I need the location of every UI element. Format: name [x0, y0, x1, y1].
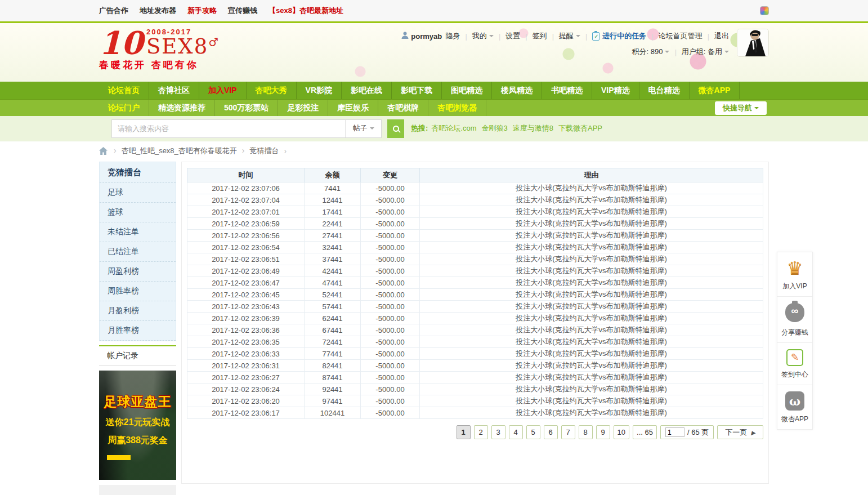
hot-search-link[interactable]: 杏吧论坛.com — [431, 123, 476, 133]
rail-item-join-vip[interactable]: ♛ 加入VIP — [777, 252, 812, 297]
sub-nav-item[interactable]: 杏吧浏览器 — [428, 100, 486, 116]
sidebar-item[interactable]: 已结注单 — [100, 242, 176, 262]
avatar[interactable] — [737, 29, 769, 57]
crown-icon: ♛ — [787, 258, 803, 278]
username-link[interactable]: pormyab — [411, 32, 442, 41]
topbar-link[interactable]: 新手攻略 — [187, 6, 217, 16]
sidebar-item[interactable]: 篮球 — [100, 203, 176, 222]
logo-tagline: 春暖花开 杏吧有你 — [99, 59, 220, 72]
main-nav-item[interactable]: 影吧在线 — [342, 82, 392, 99]
sidebar-item[interactable]: 周胜率榜 — [100, 282, 176, 301]
reminder-menu[interactable]: 提醒 — [559, 31, 580, 41]
cell-balance: 87441 — [305, 372, 361, 383]
main-nav-item[interactable]: VR影院 — [297, 82, 342, 99]
page-button[interactable]: 9 — [596, 425, 610, 439]
logout-link[interactable]: 退出 — [714, 31, 729, 41]
hot-search-link[interactable]: 速度与激情8 — [513, 123, 553, 133]
search-strip: 帖子 热搜: 杏吧论坛.com金刚狼3速度与激情8下载微杏APP — [0, 116, 868, 141]
invisible-mode-link[interactable]: 隐身 — [445, 31, 460, 41]
main-nav-item[interactable]: 加入VIP — [199, 82, 247, 99]
main-nav-item[interactable]: 杏吧大秀 — [247, 82, 297, 99]
breadcrumb-item[interactable]: 杏吧_性吧_sex8_杏吧有你春暖花开 — [109, 146, 237, 156]
page-button[interactable]: 6 — [544, 425, 558, 439]
page-button[interactable]: ... 65 — [633, 425, 657, 439]
cell-time: 2017-12-02 23:06:39 — [187, 313, 305, 324]
main-nav-item[interactable]: 杏博社区 — [149, 82, 199, 99]
rail-item-weixing-app[interactable]: ω 微杏APP — [777, 385, 812, 429]
sub-nav-item[interactable]: 足彩投注 — [278, 100, 328, 116]
home-icon[interactable] — [99, 147, 108, 155]
cell-time: 2017-12-02 23:06:31 — [187, 360, 305, 372]
page-input[interactable] — [665, 427, 684, 437]
rail-item-checkin-center[interactable]: ✎ 签到中心 — [777, 343, 812, 385]
theme-palette-icon[interactable] — [760, 6, 769, 15]
search-button[interactable] — [387, 119, 404, 138]
search-box: 帖子 — [111, 119, 382, 138]
sidebar-item[interactable]: 月胜率榜 — [100, 321, 176, 341]
sub-nav-item[interactable]: 精选资源推荐 — [149, 100, 215, 116]
page-jump: / 65 页 — [660, 425, 714, 439]
cell-time: 2017-12-02 23:06:59 — [187, 218, 305, 230]
sidebar-item[interactable]: 足球 — [100, 183, 176, 203]
sidebar-item[interactable]: 月盈利榜 — [100, 301, 176, 321]
settings-link[interactable]: 设置 — [505, 31, 520, 41]
sidebar-item-account-records[interactable]: 帐户记录 — [99, 345, 176, 366]
table-row: 2017-12-02 23:06:54 32441 -5000.00 投注大小球… — [187, 242, 763, 253]
usergroup-menu[interactable]: 用户组: 备用 — [682, 47, 729, 57]
checkin-link[interactable]: 签到 — [532, 31, 547, 41]
search-type-select[interactable]: 帖子 — [345, 120, 381, 137]
topbar-link[interactable]: 宣传赚钱 — [228, 6, 257, 16]
my-menu[interactable]: 我的 — [472, 31, 494, 41]
separator — [494, 32, 505, 41]
topbar-link[interactable]: 【sex8】杏吧最新地址 — [269, 6, 343, 16]
user-panel: pormyab 隐身 我的 设置 签到 提醒 进行中的任务 论坛首页管理 — [401, 29, 729, 82]
page-button[interactable]: 4 — [509, 425, 523, 439]
page-button[interactable]: 1 — [457, 425, 471, 439]
cell-balance: 7441 — [305, 182, 361, 194]
chevron-down-icon — [665, 51, 669, 53]
credits-menu[interactable]: 积分: 890 — [632, 47, 669, 57]
sub-nav-item[interactable]: 杏吧棋牌 — [378, 100, 428, 116]
page-button[interactable]: 10 — [614, 425, 629, 439]
page-button[interactable]: 3 — [491, 425, 505, 439]
sub-nav-item[interactable]: 摩臣娱乐 — [328, 100, 378, 116]
cell-reason: 投注大小球(克拉约瓦大学vs布加勒斯特迪那摩) — [420, 301, 763, 313]
page-button[interactable]: 8 — [579, 425, 593, 439]
forum-admin-link[interactable]: 论坛首页管理 — [659, 31, 703, 41]
cell-reason: 投注大小球(克拉约瓦大学vs布加勒斯特迪那摩) — [420, 230, 763, 242]
chevron-down-icon — [370, 127, 374, 130]
rail-item-share-earn[interactable]: 分享赚钱 — [777, 297, 812, 343]
cell-balance: 42441 — [305, 265, 361, 277]
search-input[interactable] — [112, 120, 345, 137]
site-logo[interactable]: 10 2008-2017 SEX8♂ 春暖花开 杏吧有你 — [99, 23, 220, 82]
cell-balance: 12441 — [305, 194, 361, 206]
main-nav-item[interactable]: 论坛首页 — [99, 82, 149, 99]
main-nav-item[interactable]: 电台精选 — [639, 82, 690, 99]
breadcrumb-item[interactable]: 竞猜擂台 — [237, 146, 279, 156]
right-rail: ♛ 加入VIP 分享赚钱 ✎ 签到中心 ω 微杏APP — [777, 252, 813, 430]
ongoing-tasks-link[interactable]: 进行中的任务 — [602, 31, 646, 41]
hot-search-link[interactable]: 下载微杏APP — [558, 123, 602, 133]
sub-nav-item[interactable]: 论坛门户 — [99, 100, 149, 116]
main-nav-item[interactable]: 书吧精选 — [542, 82, 592, 99]
cell-balance: 72441 — [305, 336, 361, 348]
topbar-link[interactable]: 地址发布器 — [140, 6, 176, 16]
main-nav-item[interactable]: 影吧下载 — [392, 82, 442, 99]
main-nav-item[interactable]: 微杏APP — [690, 82, 740, 99]
topbar-links: 广告合作地址发布器新手攻略宣传赚钱【sex8】杏吧最新地址 — [99, 6, 355, 16]
sidebar-item[interactable]: 未结注单 — [100, 222, 176, 242]
main-nav-item[interactable]: VIP精选 — [592, 82, 639, 99]
next-page-button[interactable]: 下一页 — [717, 425, 763, 439]
ad-banner[interactable]: 足球亚盘王 送你21元玩实战 周赢388元奖金 — [99, 371, 176, 480]
page-button[interactable]: 7 — [561, 425, 575, 439]
page-button[interactable]: 5 — [526, 425, 540, 439]
main-nav-item[interactable]: 图吧精选 — [442, 82, 492, 99]
sub-nav-item[interactable]: 500万彩票站 — [215, 100, 278, 116]
quick-nav-button[interactable]: 快捷导航 — [715, 101, 767, 115]
page-button[interactable]: 2 — [474, 425, 488, 439]
topbar-link[interactable]: 广告合作 — [99, 6, 128, 16]
hot-search-link[interactable]: 金刚狼3 — [482, 123, 508, 133]
sidebar-item[interactable]: 周盈利榜 — [100, 262, 176, 282]
main-nav-item[interactable]: 楼凤精选 — [492, 82, 542, 99]
pagination: 12345678910... 65 / 65 页 下一页 — [187, 425, 763, 439]
